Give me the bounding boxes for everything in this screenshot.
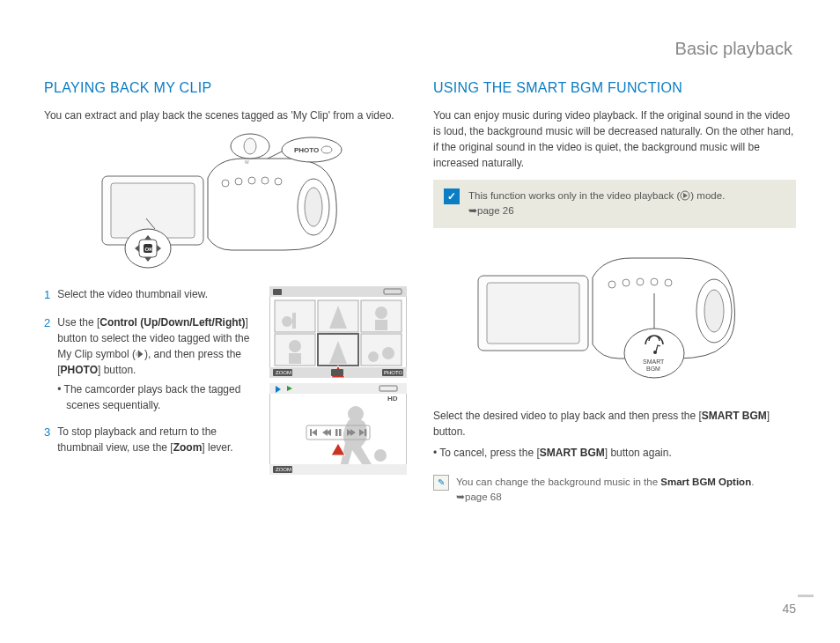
svg-line-14: [268, 152, 282, 159]
svg-point-80: [623, 279, 630, 286]
svg-point-85: [653, 351, 657, 354]
svg-point-7: [262, 177, 269, 184]
svg-point-34: [282, 316, 292, 327]
svg-point-3: [305, 188, 322, 226]
step-1: 1 Select the video thumbnail view.: [44, 286, 252, 304]
section-heading-myclip: PLAYING BACK MY CLIP: [44, 78, 407, 99]
svg-rect-40: [289, 353, 301, 364]
page-number: 45: [782, 600, 796, 618]
note-bgm-option: ✎ You can change the background music in…: [433, 475, 796, 506]
camcorder-illustration-right: SMART BGM: [433, 240, 796, 390]
step-3: 3 To stop playback and return to the thu…: [44, 424, 252, 455]
svg-point-43: [382, 347, 394, 359]
svg-rect-48: [331, 369, 343, 376]
svg-point-57: [374, 449, 387, 462]
svg-text:ZOOM: ZOOM: [276, 370, 291, 375]
svg-text:ZOOM: ZOOM: [276, 467, 291, 472]
left-column: PLAYING BACK MY CLIP You can extract and…: [44, 78, 407, 505]
svg-text:W: W: [245, 159, 249, 165]
intro-bgm: You can enjoy music during video playbac…: [433, 107, 796, 171]
step-2-sub: The camcorder plays back the tagged scen…: [57, 381, 252, 413]
svg-rect-33: [361, 334, 402, 366]
svg-point-78: [704, 290, 724, 332]
svg-rect-38: [375, 320, 387, 330]
step-2: 2 Use the [Control (Up/Down/Left/Right)]…: [44, 314, 252, 413]
check-icon: ✓: [444, 188, 460, 204]
svg-point-81: [637, 278, 644, 285]
svg-point-4: [222, 180, 229, 187]
svg-rect-68: [365, 429, 366, 436]
step-2-text: Use the [Control (Up/Down/Left/Right)] b…: [57, 314, 252, 413]
instruction-bgm-cancel: To cancel, press the [SMART BGM] button …: [433, 445, 796, 461]
ok-callout-label: OK: [145, 247, 154, 252]
page-rule: [798, 595, 814, 597]
svg-point-5: [235, 178, 242, 185]
pencil-icon: ✎: [433, 475, 449, 491]
svg-point-79: [608, 281, 615, 288]
note-playback-mode: ✓ This function works only in the video …: [433, 180, 796, 228]
svg-rect-64: [339, 429, 342, 436]
svg-point-8: [275, 178, 282, 185]
svg-point-82: [651, 278, 658, 285]
svg-text:BGM: BGM: [646, 366, 660, 372]
svg-rect-24: [269, 286, 407, 297]
photo-callout-label: PHOTO: [294, 146, 319, 154]
chapter-title: Basic playback: [44, 35, 796, 62]
svg-rect-25: [273, 289, 282, 295]
svg-rect-51: [269, 383, 407, 475]
intro-myclip: You can extract and play back the scenes…: [44, 107, 407, 123]
svg-point-37: [375, 307, 387, 319]
svg-text:PHOTO: PHOTO: [384, 370, 403, 375]
right-column: USING THE SMART BGM FUNCTION You can enj…: [433, 78, 796, 505]
camcorder-illustration-left: W PHOTO OK: [44, 132, 407, 269]
step-1-text: Select the video thumbnail view.: [57, 286, 252, 304]
step-number: 3: [44, 424, 50, 455]
svg-point-83: [665, 279, 672, 286]
step-3-text: To stop playback and return to the thumb…: [57, 424, 252, 455]
svg-rect-63: [335, 429, 338, 436]
svg-marker-74: [683, 193, 688, 198]
step-number: 2: [44, 314, 50, 413]
svg-rect-76: [487, 283, 579, 344]
svg-rect-59: [310, 429, 312, 436]
svg-point-42: [368, 351, 379, 362]
svg-point-10: [244, 138, 256, 154]
instruction-bgm: Select the desired video to play back an…: [433, 408, 796, 440]
svg-point-6: [248, 177, 255, 184]
step-number: 1: [44, 286, 50, 304]
section-heading-bgm: USING THE SMART BGM FUNCTION: [433, 78, 796, 99]
svg-text:SMART: SMART: [643, 358, 665, 365]
svg-rect-35: [292, 313, 296, 329]
svg-point-39: [289, 340, 301, 352]
screen-thumbnails: ZOOM PHOTO HD: [269, 286, 407, 480]
svg-text:HD: HD: [387, 395, 398, 403]
